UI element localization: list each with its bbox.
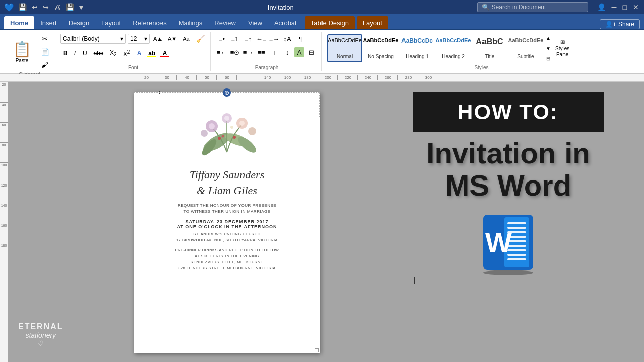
borders-btn[interactable]: ⊟	[305, 46, 317, 58]
style-title-label: Title	[485, 54, 495, 59]
title-bar-left: 💙 💾 ↩ ↪ 🖨 💾 ▾	[4, 3, 84, 12]
style-normal-label: Normal	[337, 54, 353, 59]
style-normal-preview: AaBbCcDdEe	[328, 37, 362, 43]
svg-point-17	[483, 270, 533, 275]
close-btn[interactable]: ✕	[632, 3, 640, 11]
line-spacing-btn[interactable]: ↕	[281, 46, 293, 58]
columns-btn[interactable]: ⫿	[268, 46, 280, 58]
style-normal[interactable]: AaBbCcDdEe Normal	[327, 34, 362, 62]
format-painter-button[interactable]: 🖌	[39, 59, 51, 71]
clipboard-group: 📋 Paste ✂ 📄 🖌 Clipboard	[4, 32, 55, 71]
change-case-btn[interactable]: Aa	[180, 33, 192, 45]
qat-save-as[interactable]: 💾	[65, 3, 75, 11]
font-color-btn[interactable]: A	[158, 48, 171, 58]
maximize-btn[interactable]: □	[622, 3, 628, 11]
document-page[interactable]: ⊕	[134, 92, 320, 353]
style-no-spacing-label: No Spacing	[368, 54, 394, 59]
styles-scroll[interactable]: ▲ ▼ ⊟	[544, 34, 552, 62]
tab-acrobat[interactable]: Acrobat	[268, 16, 303, 29]
styles-pane-label: StylesPane	[555, 46, 569, 58]
paragraph-label: Paragraph	[216, 64, 317, 70]
qat-undo[interactable]: ↩	[31, 3, 39, 11]
svg-point-14	[233, 136, 236, 139]
svg-rect-19	[504, 217, 529, 267]
ribbon-content: 📋 Paste ✂ 📄 🖌 Clipboard Calibri (Body) ▾…	[0, 30, 644, 74]
svg-rect-23	[507, 231, 526, 233]
decrease-indent-btn[interactable]: ←≡	[255, 33, 267, 45]
font-format-row: B I U abc X2 X2 A ab A	[60, 47, 171, 59]
bride-groom-names: Tiffany Saunders & Liam Giles	[190, 167, 265, 199]
bullets-btn[interactable]: ≡•	[216, 33, 228, 45]
show-hide-btn[interactable]: ¶	[294, 33, 306, 45]
invitation-venue: ST. ANDREW'S UNITING CHURCH 17 BIRDWOOD …	[176, 231, 278, 243]
subscript-button[interactable]: X2	[107, 48, 120, 58]
account-icon[interactable]: 👤	[596, 3, 607, 11]
tab-layout[interactable]: Layout	[95, 16, 127, 29]
font-name-dropdown[interactable]: Calibri (Body) ▾	[60, 34, 126, 44]
tab-references[interactable]: References	[127, 16, 172, 29]
qat-redo[interactable]: ↪	[42, 3, 50, 11]
justify-btn[interactable]: ≡≡	[255, 46, 267, 58]
tab-table-layout[interactable]: Layout	[357, 16, 388, 29]
qat-more[interactable]: ▾	[78, 3, 84, 11]
increase-font-btn[interactable]: A▲	[152, 33, 164, 45]
style-subtitle[interactable]: AaBbCcDdEe Subtitle	[508, 34, 543, 62]
style-title[interactable]: AaBbC Title	[472, 34, 507, 62]
document-title: Invitation	[268, 4, 294, 11]
watermark: ETERNAL stationery ♡	[18, 322, 63, 347]
minimize-btn[interactable]: ─	[611, 3, 618, 11]
tab-design[interactable]: Design	[63, 16, 95, 29]
watermark-line1: ETERNAL	[18, 322, 63, 331]
align-left-btn[interactable]: ≡←	[216, 46, 228, 58]
search-bar[interactable]: 🔍	[477, 2, 588, 12]
tab-mailings[interactable]: Mailings	[173, 16, 209, 29]
qat-save[interactable]: 💾	[17, 3, 28, 11]
search-input[interactable]	[492, 4, 582, 11]
tab-review[interactable]: Review	[208, 16, 242, 29]
ruler-mark: 240	[357, 75, 377, 80]
underline-button[interactable]: U	[79, 49, 90, 58]
tab-insert[interactable]: Insert	[34, 16, 63, 29]
increase-indent-btn[interactable]: ≡→	[268, 33, 280, 45]
font-size-dropdown[interactable]: 12 ▾	[128, 34, 150, 44]
cut-button[interactable]: ✂	[39, 33, 51, 45]
shading-btn[interactable]: A	[294, 47, 304, 57]
align-center-btn[interactable]: ≡⊙	[229, 46, 241, 58]
document-canvas[interactable]: ⊕	[8, 82, 644, 362]
title-bar-right: 🔍 👤 ─ □ ✕	[477, 2, 640, 12]
flower-image	[182, 102, 272, 162]
italic-button[interactable]: I	[71, 49, 79, 58]
bold-button[interactable]: B	[60, 49, 71, 58]
svg-point-16	[230, 126, 233, 129]
clear-format-btn[interactable]: 🧹	[194, 33, 206, 45]
numbering-btn[interactable]: ≡1	[229, 33, 241, 45]
share-button[interactable]: 👤+ Share	[600, 19, 640, 29]
decrease-font-btn[interactable]: A▼	[166, 33, 178, 45]
paste-button[interactable]: 📋 Paste	[8, 38, 36, 66]
tab-home[interactable]: Home	[4, 16, 34, 29]
sort-btn[interactable]: ↕A	[281, 33, 293, 45]
strikethrough-button[interactable]: abc	[91, 49, 106, 58]
svg-point-5	[209, 123, 215, 129]
align-right-btn[interactable]: ≡→	[242, 46, 254, 58]
superscript-button[interactable]: X2	[120, 48, 133, 59]
styles-pane-button[interactable]: ⊞ StylesPane	[553, 37, 571, 60]
styles-pane-icon: ⊞	[560, 39, 565, 45]
style-heading-2[interactable]: AaBbCcDdEe Heading 2	[436, 34, 471, 62]
style-no-spacing[interactable]: AaBbCcDdEe No Spacing	[363, 34, 398, 62]
qat-print[interactable]: 🖨	[53, 3, 62, 11]
tab-table-design[interactable]: Table Design	[305, 16, 355, 29]
svg-rect-18	[483, 215, 533, 270]
invitation-request: REQUEST THE HONOUR OF YOUR PRESENSE TO W…	[178, 203, 276, 216]
highlight-btn[interactable]: ab	[146, 48, 158, 58]
paragraph-tools: ≡• ≡1 ≡↑ ←≡ ≡→ ↕A ¶ ≡← ≡⊙ ≡→ ≡≡ ⫿ ↕ A ⊟	[216, 33, 317, 64]
main-area: 20 40 60 80 100 120 140 160 180 ⊕	[0, 82, 644, 362]
tab-view[interactable]: View	[242, 16, 268, 29]
style-heading-1[interactable]: AaBbCcDc Heading 1	[399, 34, 435, 62]
ruler-mark: 200	[317, 75, 337, 80]
move-handle[interactable]: ⊕	[223, 88, 231, 97]
copy-button[interactable]: 📄	[39, 46, 51, 58]
text-effect-btn[interactable]: A	[133, 47, 145, 59]
multilevel-btn[interactable]: ≡↑	[242, 33, 254, 45]
page-resize-handle[interactable]	[315, 348, 319, 352]
